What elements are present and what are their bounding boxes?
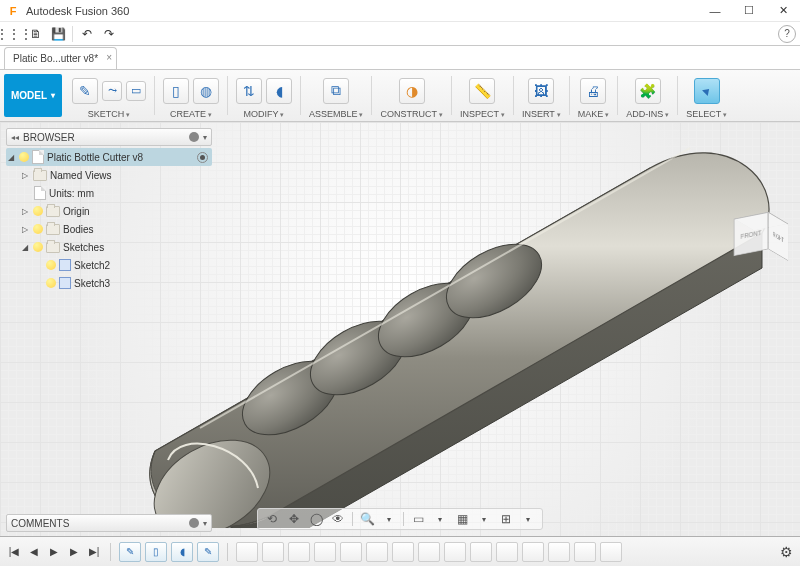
- addins-icon[interactable]: 🧩: [635, 78, 661, 104]
- select-icon[interactable]: [694, 78, 720, 104]
- inspect-icon[interactable]: 📏: [469, 78, 495, 104]
- timeline-feature[interactable]: [340, 542, 362, 562]
- help-icon[interactable]: ?: [778, 25, 796, 43]
- ribbon-label-insert[interactable]: INSERT: [522, 109, 561, 119]
- display-dropdown-icon[interactable]: ▾: [430, 510, 450, 528]
- make-icon[interactable]: 🖨: [580, 78, 606, 104]
- ribbon-label-sketch[interactable]: SKETCH: [88, 109, 130, 119]
- timeline-feature[interactable]: [470, 542, 492, 562]
- timeline-play-button[interactable]: ▶: [46, 544, 62, 560]
- press-pull-icon[interactable]: ⇅: [236, 78, 262, 104]
- visibility-bulb-icon[interactable]: [46, 278, 56, 288]
- ribbon-label-construct[interactable]: CONSTRUCT: [380, 109, 442, 119]
- timeline-next-button[interactable]: ▶: [66, 544, 82, 560]
- timeline-first-button[interactable]: |◀: [6, 544, 22, 560]
- zoom-icon[interactable]: 🔍: [357, 510, 377, 528]
- tree-sketch3[interactable]: Sketch3: [6, 274, 212, 292]
- visibility-bulb-icon[interactable]: [19, 152, 29, 162]
- timeline-feature[interactable]: ◖: [171, 542, 193, 562]
- timeline-feature[interactable]: [288, 542, 310, 562]
- ribbon-label-addins[interactable]: ADD-INS: [626, 109, 669, 119]
- tree-origin[interactable]: ▷ Origin: [6, 202, 212, 220]
- expand-icon[interactable]: ◢: [6, 153, 16, 162]
- browser-header[interactable]: ◂◂ BROWSER ▾: [6, 128, 212, 146]
- timeline-last-button[interactable]: ▶|: [86, 544, 102, 560]
- fillet-icon[interactable]: ◖: [266, 78, 292, 104]
- tree-sketch2[interactable]: Sketch2: [6, 256, 212, 274]
- assemble-icon[interactable]: ⧉: [323, 78, 349, 104]
- expand-icon[interactable]: ◢: [20, 243, 30, 252]
- ribbon-label-inspect[interactable]: INSPECT: [460, 109, 505, 119]
- grid-settings-icon[interactable]: ▦: [452, 510, 472, 528]
- tree-named-views[interactable]: ▷ Named Views: [6, 166, 212, 184]
- viewport[interactable]: FRONT RIGHT ◂◂ BROWSER ▾ ◢ Platic Bottle…: [0, 122, 800, 536]
- viewports-dropdown-icon[interactable]: ▾: [518, 510, 538, 528]
- sketch-rect-icon[interactable]: ▭: [126, 81, 146, 101]
- visibility-bulb-icon[interactable]: [33, 206, 43, 216]
- close-button[interactable]: ✕: [766, 0, 800, 22]
- workspace-dropdown[interactable]: MODEL: [4, 74, 62, 117]
- document-tab[interactable]: Platic Bo...utter v8* ×: [4, 47, 117, 69]
- tree-sketches[interactable]: ◢ Sketches: [6, 238, 212, 256]
- timeline-feature[interactable]: [548, 542, 570, 562]
- ribbon-label-select[interactable]: SELECT: [686, 109, 727, 119]
- app-grid-icon[interactable]: ⋮⋮⋮: [4, 24, 24, 44]
- timeline-feature[interactable]: [262, 542, 284, 562]
- activate-radio[interactable]: [197, 152, 208, 163]
- pan-icon[interactable]: ✥: [284, 510, 304, 528]
- expand-icon[interactable]: ▷: [20, 171, 30, 180]
- ribbon-label-make[interactable]: MAKE: [578, 109, 609, 119]
- redo-icon[interactable]: ↷: [99, 24, 119, 44]
- collapse-icon[interactable]: ◂◂: [11, 133, 19, 142]
- timeline-feature[interactable]: [522, 542, 544, 562]
- comments-menu-icon[interactable]: ▾: [203, 519, 207, 528]
- extrude-icon[interactable]: ▯: [163, 78, 189, 104]
- timeline-settings-icon[interactable]: ⚙: [778, 544, 794, 560]
- view-cube[interactable]: FRONT RIGHT: [738, 220, 784, 266]
- grid-dropdown-icon[interactable]: ▾: [474, 510, 494, 528]
- look-at-icon[interactable]: 👁: [328, 510, 348, 528]
- tree-root[interactable]: ◢ Platic Bottle Cutter v8: [6, 148, 212, 166]
- browser-menu-icon[interactable]: ▾: [203, 133, 207, 142]
- ribbon-label-assemble[interactable]: ASSEMBLE: [309, 109, 363, 119]
- viewports-icon[interactable]: ⊞: [496, 510, 516, 528]
- visibility-bulb-icon[interactable]: [33, 224, 43, 234]
- tree-bodies[interactable]: ▷ Bodies: [6, 220, 212, 238]
- maximize-button[interactable]: ☐: [732, 0, 766, 22]
- ribbon-label-modify[interactable]: MODIFY: [244, 109, 285, 119]
- ribbon-label-create[interactable]: CREATE: [170, 109, 212, 119]
- timeline-feature[interactable]: [366, 542, 388, 562]
- timeline-feature[interactable]: [444, 542, 466, 562]
- timeline-feature[interactable]: [496, 542, 518, 562]
- viewcube-front[interactable]: FRONT: [734, 212, 769, 256]
- zoom-dropdown-icon[interactable]: ▾: [379, 510, 399, 528]
- save-icon[interactable]: 💾: [48, 24, 68, 44]
- expand-icon[interactable]: ▷: [20, 225, 30, 234]
- visibility-bulb-icon[interactable]: [46, 260, 56, 270]
- minimize-button[interactable]: —: [698, 0, 732, 22]
- browser-options-icon[interactable]: [189, 132, 199, 142]
- expand-icon[interactable]: ▷: [20, 207, 30, 216]
- insert-icon[interactable]: 🖼: [528, 78, 554, 104]
- timeline-feature[interactable]: ▯: [145, 542, 167, 562]
- timeline-prev-button[interactable]: ◀: [26, 544, 42, 560]
- sketch-line-icon[interactable]: ⤳: [102, 81, 122, 101]
- display-settings-icon[interactable]: ▭: [408, 510, 428, 528]
- sphere-icon[interactable]: ◍: [193, 78, 219, 104]
- timeline-feature[interactable]: [418, 542, 440, 562]
- construct-icon[interactable]: ◑: [399, 78, 425, 104]
- sketch-create-icon[interactable]: ✎: [72, 78, 98, 104]
- timeline-feature[interactable]: [392, 542, 414, 562]
- orbit-icon[interactable]: ⟲: [262, 510, 282, 528]
- comments-options-icon[interactable]: [189, 518, 199, 528]
- timeline-feature[interactable]: ✎: [119, 542, 141, 562]
- tree-units[interactable]: Units: mm: [6, 184, 212, 202]
- tab-close-icon[interactable]: ×: [106, 52, 112, 63]
- visibility-bulb-icon[interactable]: [33, 242, 43, 252]
- constrained-orbit-icon[interactable]: ◯: [306, 510, 326, 528]
- timeline-feature[interactable]: [574, 542, 596, 562]
- timeline-feature[interactable]: [600, 542, 622, 562]
- undo-icon[interactable]: ↶: [77, 24, 97, 44]
- timeline-feature[interactable]: [314, 542, 336, 562]
- file-icon[interactable]: 🗎: [26, 24, 46, 44]
